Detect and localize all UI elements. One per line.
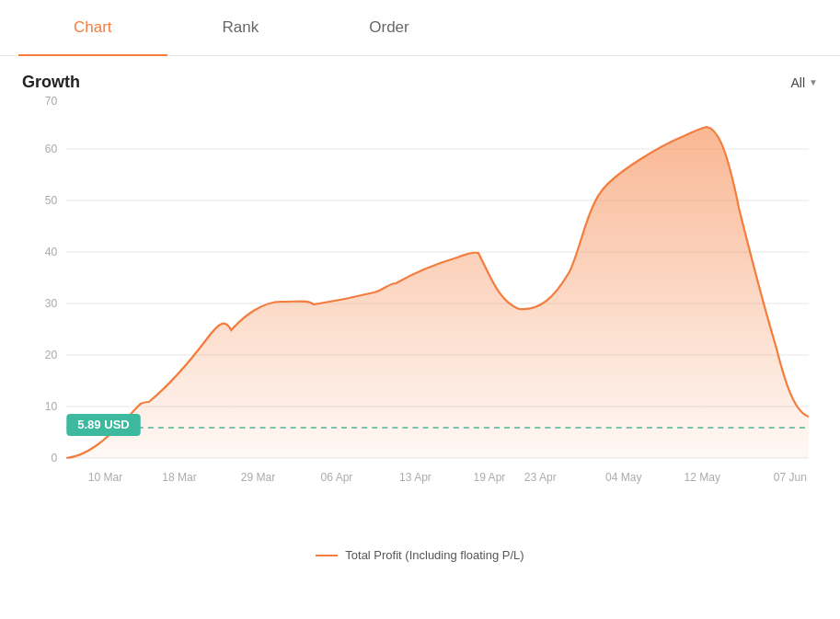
svg-text:10 Mar: 10 Mar (88, 471, 123, 484)
growth-header: Growth All ▼ (0, 56, 840, 99)
tab-bar: Chart Rank Order (0, 0, 840, 56)
svg-text:13 Apr: 13 Apr (399, 471, 432, 484)
tab-order[interactable]: Order (314, 0, 464, 55)
chart-legend: Total Profit (Including floating P/L) (0, 541, 840, 562)
svg-text:70: 70 (45, 95, 58, 108)
svg-text:30: 30 (45, 297, 58, 310)
svg-text:07 Jun: 07 Jun (774, 471, 807, 484)
tab-chart[interactable]: Chart (18, 0, 167, 55)
tab-rank[interactable]: Rank (167, 0, 315, 55)
svg-text:40: 40 (45, 246, 58, 258)
growth-title: Growth (22, 73, 80, 92)
svg-text:20: 20 (45, 349, 58, 361)
filter-dropdown[interactable]: All ▼ (791, 75, 818, 90)
svg-text:50: 50 (45, 194, 58, 207)
svg-text:04 May: 04 May (605, 471, 642, 484)
svg-text:18 Mar: 18 Mar (162, 471, 197, 484)
chevron-down-icon: ▼ (809, 77, 818, 87)
chart-area: 0 10 20 30 40 50 60 70 5.89 USD 10 Mar 1… (0, 99, 840, 541)
svg-text:12 May: 12 May (685, 471, 721, 484)
svg-text:19 Apr: 19 Apr (474, 471, 506, 484)
legend-label: Total Profit (Including floating P/L) (345, 548, 524, 562)
svg-text:0: 0 (52, 452, 58, 464)
svg-text:60: 60 (45, 143, 58, 155)
svg-text:10: 10 (45, 400, 58, 413)
svg-text:23 Apr: 23 Apr (524, 471, 557, 484)
svg-text:5.89 USD: 5.89 USD (77, 418, 130, 431)
growth-chart: 0 10 20 30 40 50 60 70 5.89 USD 10 Mar 1… (22, 99, 818, 495)
svg-text:29 Mar: 29 Mar (241, 471, 276, 484)
svg-text:06 Apr: 06 Apr (321, 471, 353, 484)
legend-line-icon (316, 555, 338, 556)
